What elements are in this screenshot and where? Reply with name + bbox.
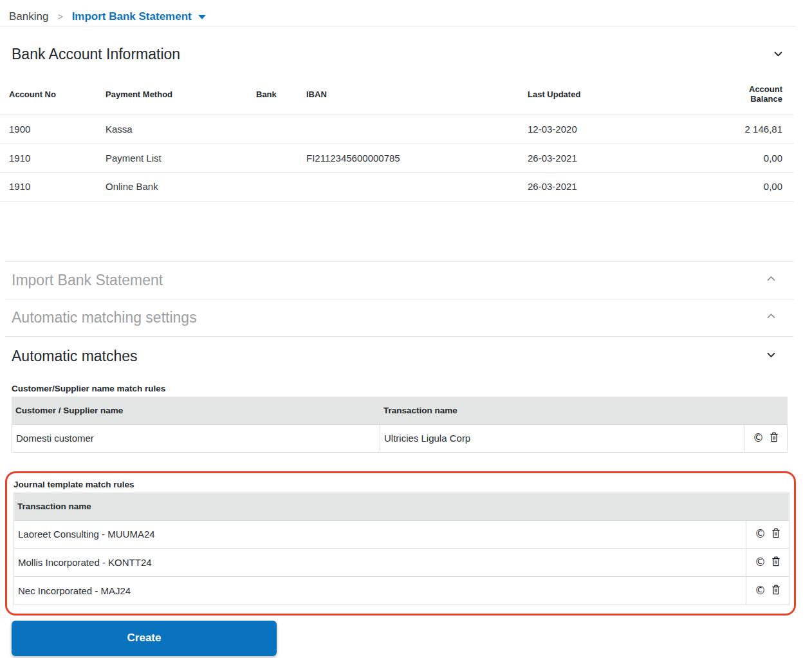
create-button[interactable]: Create <box>12 621 277 656</box>
caret-down-icon <box>198 15 206 19</box>
journal-template-rules-table: Transaction name Laoreet Consulting - MU… <box>14 493 789 605</box>
journal-template-rules-label: Journal template match rules <box>14 480 794 489</box>
copy-icon: © <box>755 584 766 597</box>
cell-transaction-name: Mollis Incorporated - KONTT24 <box>14 549 746 576</box>
section-title: Automatic matches <box>12 348 138 365</box>
cell-last-updated: 26-03-2021 <box>528 153 722 164</box>
trash-icon <box>771 556 780 569</box>
trash-icon <box>771 528 780 540</box>
section-title: Import Bank Statement <box>12 272 163 289</box>
table-row[interactable]: 1900 Kassa 12-03-2020 2 146,81 <box>0 115 793 144</box>
column-header-transaction-name: Transaction name <box>14 502 747 511</box>
section-title: Bank Account Information <box>12 46 180 62</box>
section-title: Automatic matching settings <box>12 309 197 326</box>
section-header-import-bank-statement[interactable]: Import Bank Statement <box>5 261 793 299</box>
delete-rule-button[interactable] <box>771 528 780 540</box>
column-header-account-no: Account No <box>9 89 106 99</box>
cell-account-no: 1910 <box>9 181 106 192</box>
table-row: Domesti customer Ultricies Ligula Corp © <box>12 424 788 453</box>
breadcrumb-item-banking[interactable]: Banking <box>9 10 48 23</box>
column-header-customer-supplier-name: Customer / Supplier name <box>12 406 380 415</box>
cell-account-no: 1900 <box>9 124 106 135</box>
table-header-row: Customer / Supplier name Transaction nam… <box>12 397 788 424</box>
table-row[interactable]: 1910 Online Bank 26-03-2021 0,00 <box>0 173 793 202</box>
cell-payment-method: Kassa <box>106 124 256 135</box>
breadcrumb-current-dropdown[interactable]: Import Bank Statement <box>72 10 206 23</box>
bank-account-table: Account No Payment Method Bank IBAN Last… <box>0 80 812 202</box>
copy-rule-button[interactable]: © <box>753 433 764 444</box>
cell-iban: FI2112345600000785 <box>306 153 528 164</box>
table-header-row: Transaction name <box>14 493 789 520</box>
delete-rule-button[interactable] <box>771 556 780 569</box>
breadcrumb: Banking > Import Bank Statement <box>0 0 812 26</box>
cell-last-updated: 26-03-2021 <box>528 181 722 192</box>
trash-icon <box>770 432 779 444</box>
breadcrumb-separator: > <box>57 12 62 22</box>
column-header-last-updated: Last Updated <box>528 89 722 99</box>
delete-rule-button[interactable] <box>770 432 779 444</box>
cell-last-updated: 12-03-2020 <box>528 124 722 135</box>
section-header-automatic-matches[interactable]: Automatic matches <box>5 336 793 376</box>
table-row[interactable]: 1910 Payment List FI2112345600000785 26-… <box>0 144 793 173</box>
cell-payment-method: Payment List <box>106 153 256 164</box>
chevron-down-icon[interactable] <box>773 48 784 62</box>
table-row: Laoreet Consulting - MUUMA24 © <box>14 520 789 549</box>
copy-icon: © <box>753 431 764 444</box>
chevron-up-icon[interactable] <box>766 274 777 287</box>
copy-rule-button[interactable]: © <box>755 557 766 568</box>
bank-table-header-row: Account No Payment Method Bank IBAN Last… <box>0 80 793 108</box>
cell-payment-method: Online Bank <box>106 181 256 192</box>
cell-transaction-name: Ultricies Ligula Corp <box>380 425 744 452</box>
chevron-up-icon[interactable] <box>766 311 777 324</box>
copy-rule-button[interactable]: © <box>755 529 766 540</box>
chevron-down-icon[interactable] <box>766 350 777 363</box>
cell-transaction-name: Laoreet Consulting - MUUMA24 <box>14 521 746 548</box>
cell-account-balance: 0,00 <box>722 181 793 192</box>
breadcrumb-current-label: Import Bank Statement <box>72 10 192 23</box>
bank-account-information-section-header[interactable]: Bank Account Information <box>0 26 812 63</box>
column-header-iban: IBAN <box>306 89 528 99</box>
customer-supplier-rules-label: Customer/Supplier name match rules <box>12 384 812 393</box>
customer-supplier-rules-table: Customer / Supplier name Transaction nam… <box>12 397 788 453</box>
cell-transaction-name: Nec Incorporated - MAJ24 <box>14 577 746 605</box>
trash-icon <box>771 585 780 597</box>
table-row: Nec Incorporated - MAJ24 © <box>14 577 789 605</box>
cell-customer-supplier-name: Domesti customer <box>12 425 380 452</box>
delete-rule-button[interactable] <box>771 585 780 597</box>
cell-account-balance: 0,00 <box>722 153 793 164</box>
copy-rule-button[interactable]: © <box>755 585 766 596</box>
copy-icon: © <box>755 527 766 540</box>
section-header-automatic-matching-settings[interactable]: Automatic matching settings <box>5 299 793 336</box>
column-header-payment-method: Payment Method <box>106 89 256 99</box>
column-header-transaction-name: Transaction name <box>380 406 745 415</box>
copy-icon: © <box>755 556 766 569</box>
cell-account-no: 1910 <box>9 153 106 164</box>
table-row: Mollis Incorporated - KONTT24 © <box>14 549 789 577</box>
column-header-account-balance: Account Balance <box>722 84 793 104</box>
journal-template-rules-highlight-box: Journal template match rules Transaction… <box>5 471 796 616</box>
cell-account-balance: 2 146,81 <box>722 124 793 135</box>
column-header-bank: Bank <box>256 89 306 99</box>
